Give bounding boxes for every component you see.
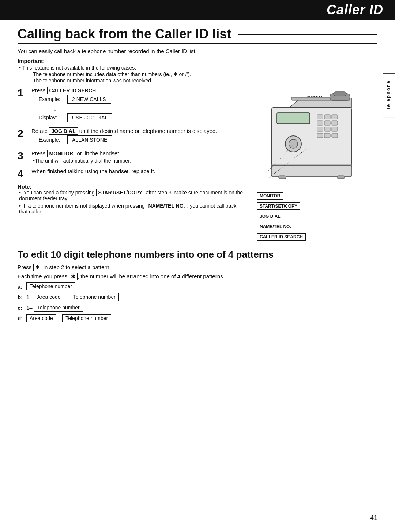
step-4-number: 4: [18, 169, 29, 179]
illustration-buttons: MONITOR START/SET/COPY JOG DIAL NAME/TEL…: [253, 191, 306, 241]
svg-rect-16: [317, 133, 323, 138]
example-value-2: ALLAN STONE: [67, 135, 112, 144]
step-4: 4 When finished talking using the handse…: [18, 168, 244, 179]
pattern-c: c: 1– Telephone number: [18, 304, 377, 312]
svg-rect-15: [332, 127, 338, 131]
svg-rect-17: [324, 133, 330, 138]
step-4-content: When finished talking using the handset,…: [31, 168, 244, 176]
pattern-d-dash: –: [58, 315, 61, 321]
section-divider: [18, 245, 377, 245]
note-list: You can send a fax by pressing START/SET…: [18, 190, 244, 215]
svg-point-20: [289, 139, 298, 148]
main-content: Calling back from the Caller ID list You…: [0, 20, 395, 241]
important-list: This feature is not available in the fol…: [18, 65, 377, 83]
pattern-b-box2: Telephone number: [70, 293, 119, 301]
step-2-number: 2: [18, 129, 29, 139]
note-item-2: If a telephone number is not displayed w…: [19, 203, 244, 215]
pattern-c-prefix: 1–: [26, 305, 33, 311]
section2: To edit 10 digit telephone numbers into …: [0, 249, 395, 339]
step-2-content: Rotate JOG DIAL until the desired name o…: [31, 128, 244, 146]
monitor-illus-button: MONITOR: [257, 192, 283, 200]
important-label: Important:: [18, 58, 377, 64]
section2-intro2: Each time you press ✱, the number will b…: [18, 273, 377, 279]
step-3-content: Press MONITOR or lift the handset. •The …: [31, 150, 244, 164]
section2-intro1: Press ✱ in step 2 to select a pattern.: [18, 264, 377, 270]
fax-illustration: Handset: [260, 91, 370, 199]
step-1-content: Press CALLER ID SERCH Example: 2 NEW CAL…: [31, 87, 244, 123]
star-key-1: ✱: [33, 264, 42, 271]
step-1-number: 1: [18, 88, 29, 98]
display-value-1: USE JOG-DIAL: [67, 113, 112, 122]
start-set-copy-illus-button: START/SET/COPY: [257, 202, 300, 210]
pattern-c-label: c:: [18, 305, 25, 311]
header-title: Caller ID: [327, 2, 383, 17]
start-set-copy-note-button: START/SET/COPY: [96, 189, 144, 196]
svg-rect-14: [324, 127, 330, 131]
pattern-c-box1: Telephone number: [34, 304, 83, 312]
svg-rect-7: [317, 115, 323, 119]
step-3: 3 Press MONITOR or lift the handset. •Th…: [18, 150, 244, 164]
intro-text: You can easily call back a telephone num…: [18, 48, 377, 54]
arrow-down: ↓: [53, 105, 244, 112]
pattern-a-label: a:: [18, 283, 25, 290]
pattern-b-label: b:: [18, 294, 25, 300]
title-decoration: [238, 34, 377, 35]
svg-rect-11: [324, 121, 330, 125]
step-1-text: Press CALLER ID SERCH: [31, 87, 244, 93]
pattern-a-box1: Telephone number: [26, 282, 75, 290]
pattern-b-prefix: 1–: [26, 294, 33, 300]
step-4-text: When finished talking using the handset,…: [31, 168, 244, 174]
steps-image-row: 1 Press CALLER ID SERCH Example: 2 NEW C…: [18, 87, 377, 241]
pattern-d: d: Area code – Telephone number: [18, 314, 377, 322]
jog-dial-illus-button: JOG DIAL: [257, 213, 283, 220]
pattern-a: a: Telephone number: [18, 282, 377, 290]
caller-id-serch-button: CALLER ID SERCH: [47, 87, 98, 94]
svg-rect-13: [317, 127, 323, 131]
important-item-1: This feature is not available in the fol…: [19, 65, 377, 71]
important-item-2: The telephone number includes data other…: [19, 71, 377, 77]
page-title: Calling back from the Caller ID list: [18, 26, 377, 44]
pattern-d-box2: Telephone number: [62, 314, 111, 322]
pattern-d-label: d:: [18, 315, 25, 321]
side-tab-label: Telephone: [385, 80, 391, 110]
page-header: Caller ID: [0, 0, 395, 20]
side-tab: Telephone: [383, 73, 395, 117]
name-tel-no-illus-button: NAME/TEL NO.: [257, 223, 294, 230]
svg-rect-9: [332, 115, 338, 119]
example-label-1: Example:: [39, 96, 64, 102]
step-2: 2 Rotate JOG DIAL until the desired name…: [18, 128, 244, 146]
name-tel-no-note-button: NAME/TEL NO.: [146, 202, 187, 209]
note-section: Note: You can send a fax by pressing STA…: [18, 183, 244, 215]
svg-rect-18: [332, 133, 338, 138]
step-2-example: Example: ALLAN STONE: [39, 135, 244, 144]
example-value-1: 2 NEW CALLS: [67, 95, 111, 104]
pattern-b-box1: Area code: [34, 293, 64, 301]
svg-rect-6: [277, 113, 310, 124]
svg-rect-8: [324, 115, 330, 119]
step-3-text: Press MONITOR or lift the handset.: [31, 150, 244, 156]
caller-id-search-illus-button: CALLER ID SEARCH: [257, 233, 306, 241]
svg-rect-12: [332, 121, 338, 125]
display-label-1: Display:: [39, 115, 64, 120]
step-3-number: 3: [18, 151, 29, 161]
svg-rect-10: [317, 121, 323, 125]
pattern-b-dash: –: [65, 294, 68, 300]
image-column: Handset: [253, 87, 377, 241]
example-label-2: Example:: [39, 137, 64, 143]
svg-rect-5: [334, 92, 346, 96]
monitor-button: MONITOR: [47, 150, 76, 157]
svg-rect-24: [337, 176, 345, 179]
step-2-text: Rotate JOG DIAL until the desired name o…: [31, 128, 244, 134]
svg-rect-22: [271, 166, 352, 177]
page-number: 41: [370, 514, 377, 522]
step-3-bullet: •The unit will automatically dial the nu…: [31, 158, 244, 164]
svg-rect-23: [279, 176, 286, 179]
star-key-2: ✱: [69, 273, 78, 280]
steps-column: 1 Press CALLER ID SERCH Example: 2 NEW C…: [18, 87, 253, 241]
step-1-display: Display: USE JOG-DIAL: [39, 113, 244, 122]
important-item-3: The telephone number information was not…: [19, 78, 377, 83]
pattern-b: b: 1– Area code – Telephone number: [18, 293, 377, 301]
step-1: 1 Press CALLER ID SERCH Example: 2 NEW C…: [18, 87, 244, 123]
jog-dial-button: JOG DIAL: [49, 127, 78, 135]
pattern-d-box1: Area code: [26, 314, 56, 322]
